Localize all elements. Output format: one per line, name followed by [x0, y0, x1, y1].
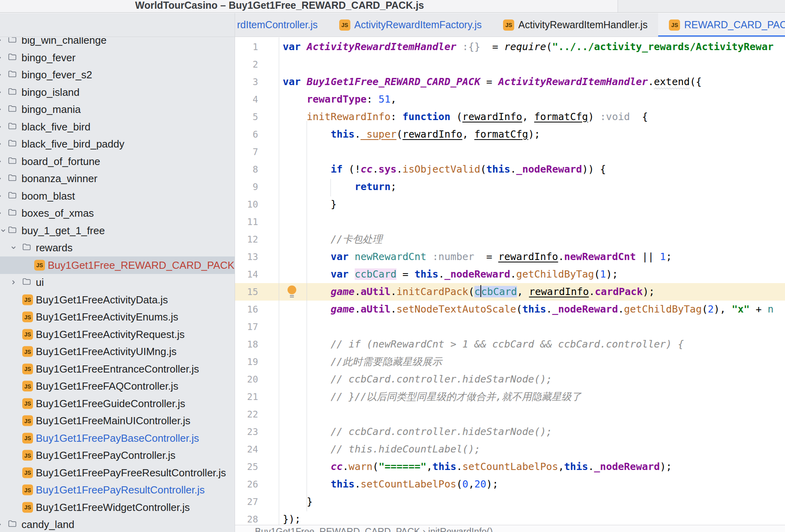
chevron-right-icon[interactable] [0, 210, 3, 216]
code-line-9[interactable]: return; [283, 178, 785, 196]
line-number[interactable]: 12 [235, 231, 258, 248]
line-number[interactable]: 9 [235, 178, 258, 196]
line-number[interactable]: 16 [235, 301, 258, 318]
chevron-right-icon[interactable] [0, 158, 3, 165]
tree-folder-boxes_of_xmas[interactable]: boxes_of_xmas [0, 204, 235, 222]
code-line-7[interactable] [283, 143, 785, 161]
line-number[interactable]: 22 [235, 406, 258, 423]
code-line-14[interactable]: var ccbCard = this._nodeReward.getChildB… [283, 266, 785, 283]
tree-folder-ui[interactable]: ui [0, 274, 235, 291]
code-line-18[interactable]: // if (newRewardCnt > 1 && ccbCard && cc… [283, 336, 785, 353]
code-line-4[interactable]: rewardType: 51, [283, 91, 785, 108]
line-number[interactable]: 17 [235, 318, 258, 336]
line-number[interactable]: 14 [235, 266, 258, 283]
line-number[interactable]: 26 [235, 476, 258, 493]
tree-folder-board_of_fortune[interactable]: board_of_fortune [0, 153, 235, 170]
tree-folder-rewards[interactable]: rewards [0, 239, 235, 256]
line-number[interactable]: 24 [235, 441, 258, 458]
line-number[interactable]: 23 [235, 423, 258, 441]
tree-file-Buy1Get1FreeWidgetController.js[interactable]: JSBuy1Get1FreeWidgetController.js [0, 499, 235, 516]
line-number[interactable]: 4 [235, 91, 258, 108]
line-number[interactable]: 8 [235, 161, 258, 178]
line-number[interactable]: 15 [235, 283, 258, 301]
tree-file-Buy1Get1FreePayController.js[interactable]: JSBuy1Get1FreePayController.js [0, 447, 235, 464]
intention-bulb-icon[interactable] [288, 285, 296, 298]
chevron-right-icon[interactable] [0, 106, 3, 113]
breadcrumb-bar[interactable]: Buy1Get1Free_REWARD_CARD_PACK › initRewa… [235, 525, 785, 532]
code-line-23[interactable]: // ccbCard.controller.hideStarNode(); [283, 423, 785, 441]
code-line-12[interactable]: //卡包处理 [283, 231, 785, 248]
chevron-right-icon[interactable] [0, 193, 3, 199]
line-number[interactable]: 2 [235, 56, 258, 73]
line-number[interactable]: 18 [235, 336, 258, 353]
chevron-right-icon[interactable] [10, 279, 17, 285]
tree-folder-bingo_island[interactable]: bingo_island [0, 83, 235, 101]
chevron-right-icon[interactable] [0, 521, 3, 528]
code-editor[interactable]: 1234567891011121314151617181920212223242… [235, 37, 785, 525]
chevron-right-icon[interactable] [0, 175, 3, 182]
breadcrumb[interactable]: Buy1Get1Free_REWARD_CARD_PACK › initRewa… [255, 526, 493, 532]
code-area[interactable]: var ActivityRewardItemHandler :{} = requ… [283, 38, 785, 525]
tree-file-Buy1Get1FreeGuideController.js[interactable]: JSBuy1Get1FreeGuideController.js [0, 395, 235, 412]
chevron-down-icon[interactable] [0, 227, 6, 234]
line-number[interactable]: 7 [235, 143, 258, 161]
line-number[interactable]: 10 [235, 196, 258, 213]
line-number[interactable]: 28 [235, 511, 258, 525]
chevron-right-icon[interactable] [0, 141, 3, 147]
project-tree[interactable]: big_win_challengebingo_feverbingo_fever_… [0, 37, 235, 532]
code-line-24[interactable]: // this.hideCountLabel(); [283, 441, 785, 458]
line-number[interactable]: 20 [235, 371, 258, 388]
line-number[interactable]: 6 [235, 126, 258, 143]
code-line-22[interactable] [283, 406, 785, 423]
code-line-15[interactable]: game.aUtil.initCardPack(ccbCard, rewardI… [283, 283, 785, 301]
tab-REWARD_CARD_PAC[interactable]: JSREWARD_CARD_PAC [658, 13, 785, 37]
code-line-20[interactable]: // ccbCard.controller.hideStarNode(); [283, 371, 785, 388]
code-line-19[interactable]: //此时需要隐藏星级展示 [283, 353, 785, 371]
tree-folder-bingo_mania[interactable]: bingo_mania [0, 101, 235, 118]
tree-file-Buy1Get1FreeActivityUIMng.js[interactable]: JSBuy1Get1FreeActivityUIMng.js [0, 343, 235, 360]
code-line-28[interactable]: }); [283, 511, 785, 525]
tree-file-Buy1Get1FreeEntranceController.js[interactable]: JSBuy1Get1FreeEntranceController.js [0, 360, 235, 378]
chevron-right-icon[interactable] [0, 89, 3, 95]
tab-ActivityRewardItemHandler.js[interactable]: JSActivityRewardItemHandler.js [492, 13, 658, 37]
chevron-down-icon[interactable] [10, 245, 17, 251]
code-line-16[interactable]: game.aUtil.setNodeTextAutoScale(this._no… [283, 301, 785, 318]
panel-divider[interactable] [235, 13, 235, 532]
line-number[interactable]: 11 [235, 213, 258, 231]
chevron-right-icon[interactable] [0, 72, 3, 78]
tab-ActivityRewardItemFactory.js[interactable]: JSActivityRewardItemFactory.js [328, 13, 492, 37]
chevron-right-icon[interactable] [0, 37, 3, 43]
gutter[interactable]: 1234567891011121314151617181920212223242… [235, 38, 258, 525]
code-line-10[interactable]: } [283, 196, 785, 213]
tree-file-Buy1Get1Free_REWARD_CARD_PACK[interactable]: JSBuy1Get1Free_REWARD_CARD_PACK [0, 256, 235, 274]
tree-folder-buy_1_get_1_free[interactable]: buy_1_get_1_free [0, 222, 235, 239]
tree-file-Buy1Get1FreePayBaseController.js[interactable]: JSBuy1Get1FreePayBaseController.js [0, 429, 235, 447]
code-line-8[interactable]: if (!cc.sys.isObjectValid(this._nodeRewa… [283, 161, 785, 178]
tree-file-Buy1Get1FreePayFreeResultController.js[interactable]: JSBuy1Get1FreePayFreeResultController.js [0, 464, 235, 482]
tree-file-Buy1Get1FreeActivityEnums.js[interactable]: JSBuy1Get1FreeActivityEnums.js [0, 308, 235, 326]
line-number[interactable]: 13 [235, 248, 258, 266]
tree-folder-big_win_challenge[interactable]: big_win_challenge [0, 37, 235, 49]
code-line-2[interactable] [283, 56, 785, 73]
chevron-right-icon[interactable] [0, 54, 3, 61]
tree-file-Buy1Get1FreeActivityData.js[interactable]: JSBuy1Get1FreeActivityData.js [0, 291, 235, 309]
tab-rdItemController.js[interactable]: rdItemController.js [235, 13, 328, 37]
line-number[interactable]: 1 [235, 38, 258, 56]
code-line-3[interactable]: var Buy1Get1Free_REWARD_CARD_PACK = Acti… [283, 73, 785, 91]
code-line-25[interactable]: cc.warn("======",this.setCountLabelPos,t… [283, 458, 785, 476]
tree-folder-candy_land[interactable]: candy_land [0, 516, 235, 532]
tree-folder-boom_blast[interactable]: boom_blast [0, 187, 235, 205]
code-line-5[interactable]: initRewardInfo: function (rewardInfo, fo… [283, 108, 785, 126]
tree-file-Buy1Get1FreeActivityRequest.js[interactable]: JSBuy1Get1FreeActivityRequest.js [0, 326, 235, 343]
code-line-13[interactable]: var newRewardCnt :number = rewardInfo.ne… [283, 248, 785, 266]
line-number[interactable]: 5 [235, 108, 258, 126]
line-number[interactable]: 27 [235, 493, 258, 511]
line-number[interactable]: 19 [235, 353, 258, 371]
tree-folder-bingo_fever[interactable]: bingo_fever [0, 49, 235, 66]
code-line-1[interactable]: var ActivityRewardItemHandler :{} = requ… [283, 38, 785, 56]
tree-folder-black_five_bird_paddy[interactable]: black_five_bird_paddy [0, 135, 235, 153]
code-line-11[interactable] [283, 213, 785, 231]
chevron-right-icon[interactable] [0, 124, 3, 130]
code-line-26[interactable]: this.setCountLabelPos(0,20); [283, 476, 785, 493]
tree-file-Buy1Get1FreeFAQController.js[interactable]: JSBuy1Get1FreeFAQController.js [0, 377, 235, 395]
